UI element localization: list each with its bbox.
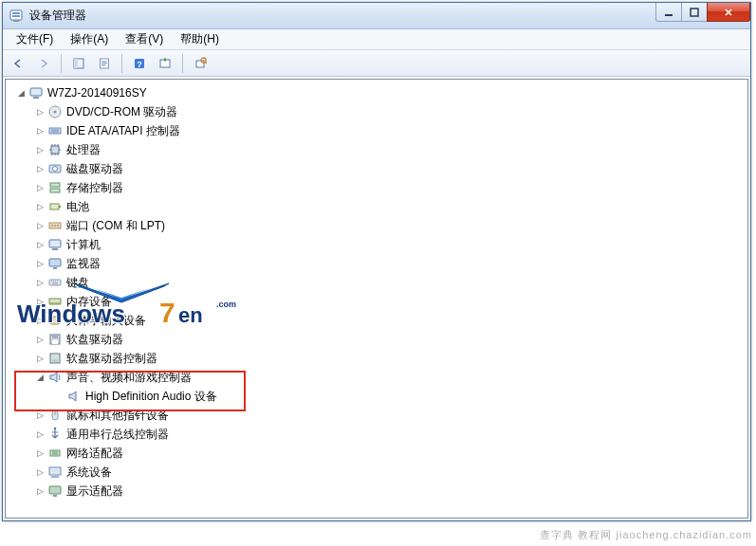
tree-node[interactable]: ▷电池	[32, 197, 747, 216]
svg-rect-1	[12, 12, 20, 14]
tree-node-label: 键盘	[66, 275, 89, 291]
svg-rect-25	[59, 206, 61, 208]
tree-node[interactable]: ◢声音、视频和游戏控制器	[32, 368, 747, 387]
tree-node[interactable]: ▷通用串行总线控制器	[32, 425, 747, 444]
cpu-icon	[47, 142, 63, 157]
tree-node-label: 声音、视频和游戏控制器	[66, 370, 192, 386]
properties-button[interactable]	[93, 53, 116, 74]
expand-icon[interactable]: ▷	[34, 220, 46, 231]
tree-root-node[interactable]: ◢W7ZJ-20140916SY	[13, 83, 747, 102]
tree-node[interactable]: ▷显示适配器	[32, 482, 747, 500]
expand-icon[interactable]: ▷	[34, 410, 46, 421]
ide-icon	[47, 123, 63, 138]
toolbar-separator	[121, 54, 122, 73]
computer-icon	[28, 85, 44, 100]
expand-icon[interactable]: ▷	[34, 466, 46, 478]
tree-node[interactable]: ▷键盘	[32, 273, 747, 292]
battery-icon	[47, 199, 63, 214]
toolbar-separator	[61, 54, 62, 73]
tree-node-label: 系统设备	[66, 464, 112, 481]
tree-node[interactable]: ▷IDE ATA/ATAPI 控制器	[32, 121, 747, 140]
expand-icon[interactable]: ▷	[34, 182, 46, 193]
tree-node[interactable]: ▷软盘驱动器控制器	[32, 349, 747, 368]
svg-rect-48	[53, 495, 57, 497]
svg-point-28	[54, 225, 56, 227]
help-button[interactable]: ?	[128, 53, 151, 74]
tree-node[interactable]: ▷计算机	[32, 235, 747, 254]
menu-action[interactable]: 操作(A)	[63, 29, 116, 49]
window-title: 设备管理器	[29, 8, 86, 24]
tree-node[interactable]: ▷软盘驱动器	[32, 330, 747, 349]
expand-icon[interactable]: ▷	[34, 106, 46, 118]
tree-node[interactable]: ▷存储控制器	[32, 178, 747, 197]
tree-node-label: 通用串行总线控制器	[66, 427, 169, 443]
titlebar[interactable]: 设备管理器	[3, 3, 750, 29]
device-tree-panel[interactable]: ◢W7ZJ-20140916SY▷DVD/CD-ROM 驱动器▷IDE ATA/…	[5, 79, 748, 519]
tree-node-label: 存储控制器	[66, 180, 123, 196]
collapse-icon[interactable]: ◢	[34, 372, 46, 383]
window-controls	[656, 3, 750, 22]
tree-node[interactable]: ▷端口 (COM 和 LPT)	[32, 216, 747, 235]
tree-node-label: 磁盘驱动器	[66, 161, 123, 177]
tree-node-label: 鼠标和其他指针设备	[66, 408, 169, 424]
menu-view[interactable]: 查看(V)	[118, 29, 171, 49]
svg-rect-35	[49, 299, 61, 303]
disk-icon	[47, 161, 63, 176]
tree-node[interactable]: ▷磁盘驱动器	[32, 159, 747, 178]
svg-rect-44	[50, 450, 60, 456]
tree-node[interactable]: ▷DVD/CD-ROM 驱动器	[32, 102, 747, 121]
floppyctrl-icon	[47, 351, 63, 366]
tree-node[interactable]: ▷内存设备	[32, 292, 747, 311]
sound-icon	[47, 370, 63, 385]
tree-node[interactable]: ▷监视器	[32, 254, 747, 273]
expand-icon[interactable]: ▷	[34, 277, 46, 288]
svg-rect-45	[49, 467, 61, 475]
menu-help[interactable]: 帮助(H)	[173, 29, 227, 49]
tree-node-label: 计算机	[66, 237, 101, 253]
expand-icon[interactable]: ▷	[34, 485, 46, 497]
menu-file[interactable]: 文件(F)	[9, 29, 61, 49]
expand-icon[interactable]: ▷	[34, 353, 46, 364]
expand-icon[interactable]: ▷	[34, 334, 46, 345]
maximize-button[interactable]	[681, 3, 708, 22]
expand-icon[interactable]: ▷	[34, 315, 46, 326]
tree-node[interactable]: ▷网络适配器	[32, 444, 747, 463]
tree-node-label: 人体学输入设备	[66, 313, 146, 329]
minimize-button[interactable]	[655, 3, 682, 22]
svg-rect-46	[51, 476, 59, 478]
toolbar: ?	[3, 50, 750, 77]
tree-node[interactable]: ▷人体学输入设备	[32, 311, 747, 330]
expand-icon[interactable]: ▷	[34, 201, 46, 212]
expand-icon[interactable]: ▷	[34, 428, 46, 440]
collapse-icon[interactable]: ◢	[15, 87, 27, 99]
expand-icon[interactable]: ▷	[34, 447, 46, 459]
expand-icon[interactable]: ▷	[34, 144, 46, 155]
bottom-watermark: 查字典 教程网 jiaocheng.chazidian.com	[540, 528, 752, 542]
device-manager-window: 设备管理器 文件(F) 操作(A) 查看(V) 帮助(H) ? ◢W7ZJ-20…	[2, 2, 751, 521]
expand-icon[interactable]: ▷	[34, 258, 46, 269]
svg-rect-31	[52, 248, 58, 250]
svg-rect-30	[49, 240, 61, 247]
tree-child-node[interactable]: High Definition Audio 设备	[51, 387, 747, 406]
toolbar-separator	[182, 54, 183, 73]
svg-point-27	[51, 225, 53, 227]
svg-rect-34	[49, 280, 61, 285]
expand-icon[interactable]: ▷	[34, 239, 46, 250]
svg-point-43	[54, 428, 57, 430]
forward-button[interactable]	[32, 53, 55, 74]
tree-node-label: 处理器	[66, 142, 101, 158]
expand-icon[interactable]: ▷	[34, 125, 46, 136]
show-hide-tree-button[interactable]	[67, 53, 90, 74]
back-button[interactable]	[7, 53, 29, 74]
tree-node[interactable]: ▷系统设备	[32, 463, 747, 482]
close-button[interactable]	[707, 3, 750, 22]
expand-icon[interactable]: ▷	[34, 296, 46, 307]
scan-hardware-button[interactable]	[189, 53, 212, 74]
tree-node[interactable]: ▷鼠标和其他指针设备	[32, 406, 747, 425]
tree-node-label: IDE ATA/ATAPI 控制器	[66, 123, 180, 139]
svg-rect-38	[52, 335, 58, 338]
expand-icon[interactable]: ▷	[34, 163, 46, 174]
keyboard-icon	[47, 275, 63, 290]
scan-changes-button[interactable]	[154, 53, 176, 74]
tree-node[interactable]: ▷处理器	[32, 140, 747, 159]
